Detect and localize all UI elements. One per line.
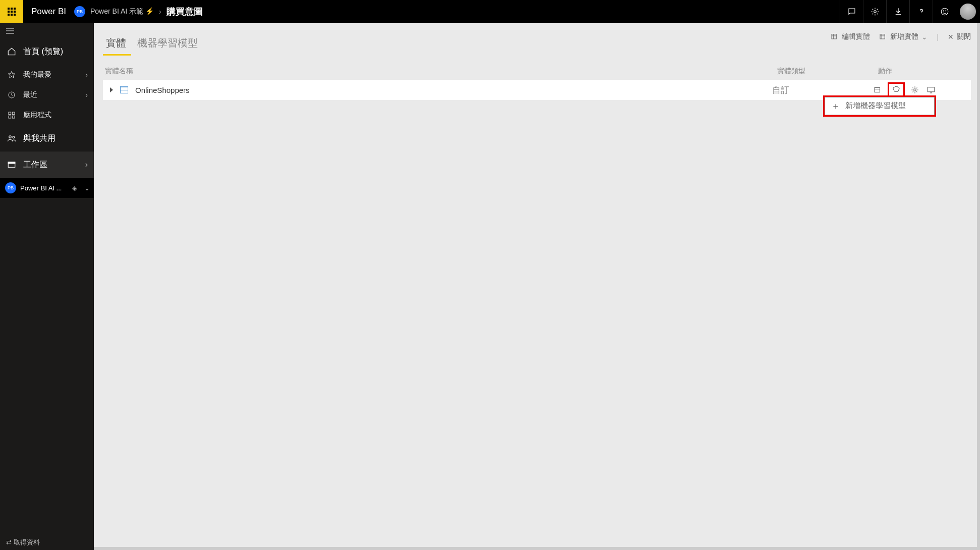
- svg-point-19: [13, 136, 15, 138]
- clock-icon: [7, 90, 16, 99]
- sidebar: 首頁 (預覽) 我的最愛 › 最近 › 應用程式 與我共用 工作區 › PB P…: [0, 23, 94, 550]
- nav-home-label: 首頁 (預覽): [23, 46, 63, 57]
- entity-name-cell: OnlineShoppers: [110, 86, 772, 94]
- help-button[interactable]: [909, 0, 933, 23]
- nav-shared-label: 與我共用: [23, 133, 56, 144]
- window-border: [977, 23, 980, 550]
- people-icon: [7, 134, 16, 143]
- get-data-icon: ⇄: [6, 538, 12, 546]
- breadcrumb-workspace[interactable]: Power BI AI 示範 ⚡: [90, 7, 154, 16]
- window-border: [94, 547, 980, 550]
- help-icon: [917, 7, 926, 16]
- svg-rect-21: [8, 162, 15, 164]
- get-data-link[interactable]: ⇄ 取得資料: [6, 538, 40, 547]
- entity-name: OnlineShoppers: [135, 86, 190, 94]
- refresh-action-icon[interactable]: [873, 85, 882, 94]
- waffle-icon: [8, 8, 16, 16]
- plus-icon: ＋: [831, 100, 840, 112]
- svg-point-11: [943, 11, 944, 12]
- svg-rect-6: [8, 14, 10, 16]
- nav-shared[interactable]: 與我共用: [0, 125, 94, 152]
- smile-icon: [940, 7, 949, 16]
- tabs: 實體 機器學習模型: [103, 33, 971, 56]
- svg-rect-7: [11, 14, 13, 16]
- notifications-button[interactable]: [840, 0, 863, 23]
- get-data-label: 取得資料: [14, 538, 40, 546]
- svg-rect-0: [8, 8, 10, 10]
- tab-entities[interactable]: 實體: [103, 33, 131, 56]
- hamburger-icon: [6, 28, 14, 34]
- user-avatar[interactable]: [960, 4, 976, 20]
- chevron-right-icon: ›: [85, 91, 88, 99]
- app-title: Power BI: [23, 7, 74, 17]
- entity-row[interactable]: OnlineShoppers 自訂 ＋ 新增機器學習模型: [103, 80, 971, 100]
- svg-rect-2: [14, 8, 16, 10]
- star-icon: [7, 70, 16, 79]
- svg-point-10: [941, 8, 948, 15]
- workspace-small-badge: PB: [5, 182, 16, 193]
- breadcrumb: PB Power BI AI 示範 ⚡ › 購買意圖: [74, 6, 203, 18]
- current-workspace[interactable]: PB Power BI AI ... ◈ ⌄: [0, 178, 94, 198]
- nav-favorites[interactable]: 我的最愛 ›: [0, 65, 94, 85]
- svg-rect-4: [11, 11, 13, 13]
- svg-point-9: [874, 11, 876, 13]
- chevron-right-icon: ›: [85, 71, 88, 79]
- tab-ml-models[interactable]: 機器學習模型: [134, 33, 203, 56]
- nav-collapse-button[interactable]: [0, 23, 94, 38]
- entity-type: 自訂: [772, 84, 873, 96]
- main-content: 編輯實體 新增實體 ⌄ | ✕ 關閉 實體 機器學習模型 實體名稱 實體類型 動…: [94, 23, 980, 550]
- apps-icon: [7, 111, 16, 120]
- nav-apps-label: 應用程式: [23, 111, 51, 120]
- expand-triangle-icon[interactable]: [110, 87, 113, 92]
- home-icon: [7, 47, 16, 56]
- svg-point-25: [914, 89, 916, 91]
- svg-rect-14: [9, 112, 11, 115]
- current-workspace-label: Power BI AI ...: [20, 184, 62, 192]
- svg-point-18: [9, 136, 12, 138]
- svg-rect-1: [11, 8, 13, 10]
- chevron-down-icon: ⌄: [84, 184, 90, 192]
- download-button[interactable]: [886, 0, 909, 23]
- workspace-badge: PB: [74, 6, 85, 17]
- nav-home[interactable]: 首頁 (預覽): [0, 38, 94, 65]
- download-icon: [894, 7, 903, 16]
- svg-rect-3: [8, 11, 10, 13]
- nav-recent-label: 最近: [23, 90, 37, 99]
- svg-rect-8: [14, 14, 16, 16]
- chevron-right-icon: ›: [85, 160, 88, 169]
- workspace-icon: [7, 160, 16, 169]
- svg-rect-15: [12, 112, 15, 115]
- settings-button[interactable]: [863, 0, 886, 23]
- diamond-icon: ◈: [72, 184, 77, 192]
- svg-rect-16: [9, 116, 11, 118]
- svg-rect-24: [875, 88, 880, 92]
- feedback-button[interactable]: [933, 0, 956, 23]
- page-title: 購買意圖: [167, 6, 203, 18]
- add-ml-model-label: 新增機器學習模型: [845, 101, 906, 111]
- svg-rect-5: [14, 11, 16, 13]
- gear-icon: [870, 7, 880, 16]
- app-launcher-button[interactable]: [0, 0, 23, 23]
- col-header-type: 實體類型: [777, 67, 878, 76]
- svg-rect-17: [12, 116, 15, 118]
- table-headers: 實體名稱 實體類型 動作: [103, 67, 971, 76]
- nav-recent[interactable]: 最近 ›: [0, 85, 94, 105]
- col-header-name: 實體名稱: [105, 67, 777, 76]
- nav-favorites-label: 我的最愛: [23, 70, 51, 79]
- svg-rect-26: [928, 87, 935, 92]
- nav-workspaces-label: 工作區: [23, 160, 47, 170]
- chevron-right-icon: ›: [159, 8, 161, 16]
- nav-workspaces[interactable]: 工作區 ›: [0, 152, 94, 178]
- nav-apps[interactable]: 應用程式: [0, 105, 94, 125]
- add-ml-model-dropdown[interactable]: ＋ 新增機器學習模型: [825, 97, 935, 115]
- col-header-actions: 動作: [878, 67, 969, 76]
- table-icon: [120, 86, 128, 93]
- brain-ml-icon[interactable]: [891, 85, 901, 94]
- entity-actions: ＋ 新增機器學習模型: [873, 84, 964, 96]
- ml-action-highlight: [889, 84, 903, 96]
- settings-action-icon[interactable]: [910, 85, 919, 94]
- chat-icon: [847, 7, 856, 16]
- svg-point-12: [945, 11, 946, 12]
- monitor-action-icon[interactable]: [927, 85, 936, 94]
